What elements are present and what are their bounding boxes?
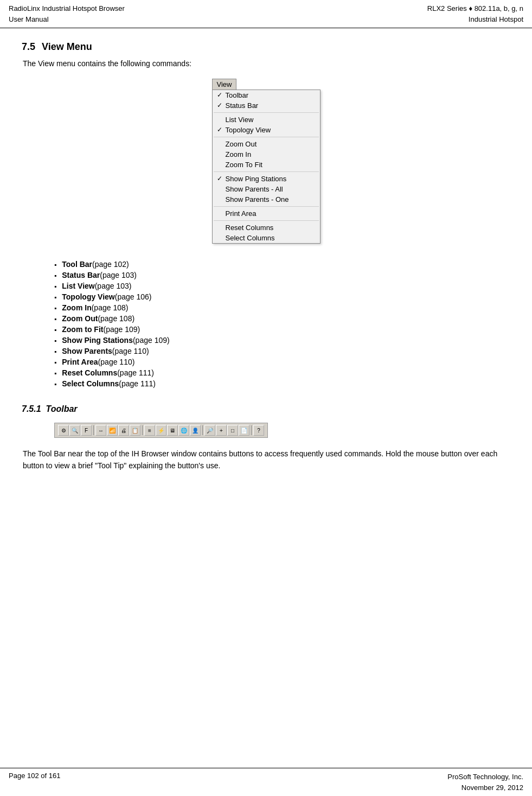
menu-item[interactable]: Show Ping Stations [213,174,320,184]
tb-btn-5[interactable]: 📶 [107,425,118,436]
bullet-item-normal: (page 110) [98,358,135,366]
menu-item[interactable]: Zoom To Fit [213,160,320,170]
tb-btn-16[interactable]: 📄 [239,425,249,436]
list-item: Select Columns (page 111) [54,378,510,389]
menu-item[interactable]: Reset Columns [213,222,320,233]
list-item: Zoom In (page 108) [54,302,510,313]
main-content: 7.5View Menu The View menu contains the … [0,28,532,494]
list-item: Show Parents (page 110) [54,346,510,356]
menu-separator [214,220,319,221]
footer-page: Page 102 of 161 [9,772,60,793]
bullet-item-normal: (page 103) [95,282,132,290]
list-item: Status Bar (page 103) [54,270,510,281]
tb-btn-6[interactable]: 🖨 [118,425,129,436]
subsection-title: Toolbar [46,404,77,413]
menu-item[interactable]: Zoom Out [213,139,320,149]
bullet-item-bold: Select Columns [62,379,119,388]
section-title: View Menu [42,41,92,52]
list-item: List View (page 103) [54,281,510,291]
bullet-item-normal: (page 111) [119,379,156,388]
menu-image-area: View ToolbarStatus BarList ViewTopology … [22,79,510,244]
bullet-item-bold: Reset Columns [62,368,117,377]
menu-item[interactable]: Select Columns [213,233,320,243]
list-item: Zoom Out (page 108) [54,313,510,324]
bullet-item-bold: Zoom Out [62,314,98,323]
menu-item[interactable]: Show Parents - One [213,194,320,205]
bullet-item-bold: Tool Bar [62,260,92,269]
header-product: RadioLinx Industrial Hotspot Browser [9,3,125,14]
list-item: Show Ping Stations (page 109) [54,335,510,346]
header-product-type: Industrial Hotspot [427,14,523,25]
tb-btn-4[interactable]: ↔ [95,425,106,436]
menu-separator [214,171,319,172]
bullet-item-normal: (page 106) [115,292,152,301]
subsection-number: 7.5.1 [22,404,41,413]
page-footer: Page 102 of 161 ProSoft Technology, Inc.… [0,768,532,796]
tb-btn-9[interactable]: ⚡ [156,425,166,436]
section-heading: 7.5View Menu [22,41,510,53]
bullet-item-normal: (page 111) [117,368,154,377]
subsection-heading: 7.5.1 Toolbar [22,404,510,414]
list-item: Tool Bar (page 102) [54,259,510,270]
tb-btn-10[interactable]: 🖥 [167,425,178,436]
menu-item[interactable]: Topology View [213,125,320,135]
tb-sep-4 [251,425,252,435]
bullet-item-normal: (page 102) [92,260,129,269]
bullet-item-bold: Status Bar [62,271,100,279]
tb-btn-15[interactable]: □ [227,425,238,436]
footer-date: November 29, 2012 [447,782,523,793]
menu-item[interactable]: Status Bar [213,100,320,111]
tb-btn-14[interactable]: + [216,425,227,436]
toolbar-description: The Tool Bar near the top of the IH Brow… [23,448,510,472]
menu-separator [214,206,319,207]
bullet-item-normal: (page 109) [103,325,140,334]
tb-btn-11[interactable]: 🌐 [178,425,189,436]
header-manual: User Manual [9,14,125,25]
bullet-item-bold: List View [62,282,94,290]
menu-item[interactable]: Toolbar [213,90,320,100]
tb-btn-13[interactable]: 🔎 [204,425,215,436]
header-series: RLX2 Series ♦ 802.11a, b, g, n [427,3,523,14]
list-item: Reset Columns (page 111) [54,367,510,378]
tb-sep-1 [93,425,94,435]
tb-btn-7[interactable]: 📋 [130,425,140,436]
list-item: Topology View (page 106) [54,291,510,302]
bullet-item-bold: Show Ping Stations [62,336,133,345]
tb-sep-3 [202,425,203,435]
header-right: RLX2 Series ♦ 802.11a, b, g, n Industria… [427,3,523,24]
menu-title-bar: View [212,79,237,90]
toolbar-image: ⚙ 🔍 F ↔ 📶 🖨 📋 ≡ ⚡ 🖥 🌐 👤 🔎 + □ 📄 ? [54,423,268,438]
footer-right: ProSoft Technology, Inc. November 29, 20… [447,772,523,793]
bullet-item-bold: Zoom In [62,303,91,312]
bullet-item-normal: (page 103) [100,271,137,279]
bullet-item-bold: Print Area [62,358,98,366]
bullet-item-bold: Zoom to Fit [62,325,103,334]
menu-item[interactable]: Zoom In [213,149,320,160]
list-item: Print Area (page 110) [54,356,510,367]
intro-text: The View menu contains the following com… [23,59,510,68]
footer-company: ProSoft Technology, Inc. [447,772,523,782]
menu-item[interactable]: Show Parents - All [213,184,320,194]
menu-item[interactable]: Print Area [213,208,320,219]
list-item: Zoom to Fit (page 109) [54,324,510,335]
bullet-list: Tool Bar (page 102)Status Bar (page 103)… [54,259,510,389]
menu-separator [214,137,319,137]
bullet-item-normal: (page 109) [133,336,170,345]
page-header: RadioLinx Industrial Hotspot Browser Use… [0,0,532,28]
tb-btn-12[interactable]: 👤 [190,425,201,436]
tb-btn-8[interactable]: ≡ [144,425,155,436]
bullet-item-bold: Show Parents [62,347,112,355]
bullet-item-normal: (page 110) [112,347,149,355]
menu-separator [214,112,319,113]
section-number: 7.5 [22,41,35,52]
bullet-item-normal: (page 108) [98,314,134,323]
menu-item[interactable]: List View [213,114,320,125]
bullet-item-normal: (page 108) [92,303,129,312]
tb-btn-1[interactable]: ⚙ [58,425,69,436]
dropdown-menu: ToolbarStatus BarList ViewTopology ViewZ… [212,90,321,244]
tb-sep-2 [142,425,143,435]
tb-btn-3[interactable]: F [81,425,92,436]
tb-btn-17[interactable]: ? [253,425,264,436]
header-left: RadioLinx Industrial Hotspot Browser Use… [9,3,125,24]
tb-btn-2[interactable]: 🔍 [69,425,80,436]
